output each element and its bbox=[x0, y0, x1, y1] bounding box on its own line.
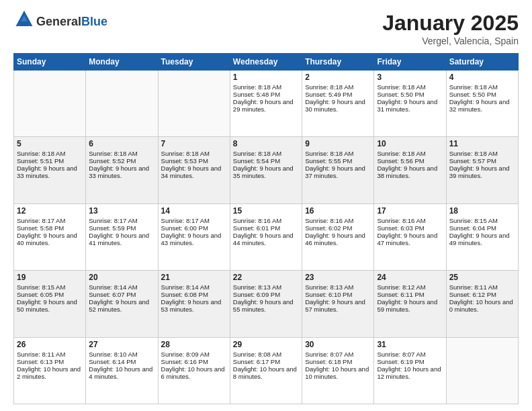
day-number: 29 bbox=[233, 340, 299, 349]
table-row bbox=[86, 71, 158, 137]
day-content: Sunset: 6:00 PM bbox=[161, 224, 227, 232]
calendar-week-row: 1Sunrise: 8:18 AMSunset: 5:48 PMDaylight… bbox=[14, 71, 519, 137]
table-row: 12Sunrise: 8:17 AMSunset: 5:58 PMDayligh… bbox=[14, 203, 86, 270]
day-content: Sunset: 6:05 PM bbox=[17, 291, 83, 298]
day-content: Sunset: 5:56 PM bbox=[377, 157, 443, 165]
day-content: Sunset: 6:18 PM bbox=[305, 358, 371, 365]
day-content: Sunrise: 8:18 AM bbox=[305, 150, 371, 157]
day-content: Sunset: 5:53 PM bbox=[161, 157, 227, 165]
table-row: 25Sunrise: 8:11 AMSunset: 6:12 PMDayligh… bbox=[446, 271, 518, 337]
day-content: Daylight: 10 hours and 6 minutes. bbox=[161, 365, 227, 380]
logo: GeneralBlue bbox=[13, 11, 107, 32]
day-content: Sunset: 6:07 PM bbox=[89, 291, 154, 298]
day-content: Sunset: 6:14 PM bbox=[89, 358, 154, 365]
day-content: Sunrise: 8:15 AM bbox=[449, 217, 515, 224]
day-content: Daylight: 9 hours and 33 minutes. bbox=[17, 165, 83, 179]
day-content: Sunset: 5:48 PM bbox=[233, 91, 299, 98]
day-number: 14 bbox=[161, 206, 227, 216]
table-row: 28Sunrise: 8:09 AMSunset: 6:16 PMDayligh… bbox=[158, 337, 230, 404]
col-monday: Monday bbox=[86, 54, 158, 71]
day-content: Sunrise: 8:18 AM bbox=[305, 83, 371, 91]
day-content: Daylight: 9 hours and 33 minutes. bbox=[89, 165, 154, 179]
table-row: 31Sunrise: 8:07 AMSunset: 6:19 PMDayligh… bbox=[374, 337, 446, 404]
day-number: 10 bbox=[377, 139, 443, 148]
day-content: Daylight: 9 hours and 52 minutes. bbox=[89, 298, 154, 313]
table-row: 20Sunrise: 8:14 AMSunset: 6:07 PMDayligh… bbox=[86, 271, 158, 337]
day-number: 19 bbox=[17, 273, 83, 282]
table-row: 22Sunrise: 8:13 AMSunset: 6:09 PMDayligh… bbox=[230, 271, 302, 337]
day-content: Daylight: 9 hours and 43 minutes. bbox=[161, 232, 227, 246]
header: GeneralBlue January 2025 Vergel, Valenci… bbox=[13, 11, 519, 46]
day-number: 24 bbox=[377, 273, 443, 282]
day-content: Daylight: 9 hours and 39 minutes. bbox=[449, 165, 515, 179]
day-content: Sunset: 6:11 PM bbox=[377, 291, 443, 298]
day-number: 5 bbox=[17, 139, 83, 148]
table-row: 27Sunrise: 8:10 AMSunset: 6:14 PMDayligh… bbox=[86, 337, 158, 404]
col-tuesday: Tuesday bbox=[158, 54, 230, 71]
day-number: 12 bbox=[17, 206, 83, 216]
day-number: 30 bbox=[305, 340, 371, 349]
day-number: 17 bbox=[377, 206, 443, 216]
day-content: Sunset: 5:59 PM bbox=[89, 224, 154, 232]
col-sunday: Sunday bbox=[14, 54, 86, 71]
day-number: 6 bbox=[89, 139, 154, 148]
table-row: 15Sunrise: 8:16 AMSunset: 6:01 PMDayligh… bbox=[230, 203, 302, 270]
day-content: Daylight: 9 hours and 49 minutes. bbox=[449, 232, 515, 246]
day-content: Sunset: 6:17 PM bbox=[233, 358, 299, 365]
table-row: 3Sunrise: 8:18 AMSunset: 5:50 PMDaylight… bbox=[374, 71, 446, 137]
day-content: Sunrise: 8:18 AM bbox=[449, 150, 515, 157]
day-content: Sunrise: 8:07 AM bbox=[377, 351, 443, 358]
day-number: 8 bbox=[233, 139, 299, 148]
day-number: 15 bbox=[233, 206, 299, 216]
day-content: Sunrise: 8:11 AM bbox=[449, 283, 515, 291]
calendar-week-row: 19Sunrise: 8:15 AMSunset: 6:05 PMDayligh… bbox=[14, 271, 519, 337]
table-row: 4Sunrise: 8:18 AMSunset: 5:50 PMDaylight… bbox=[446, 71, 518, 137]
day-content: Daylight: 10 hours and 2 minutes. bbox=[17, 365, 83, 380]
day-number: 16 bbox=[305, 206, 371, 216]
day-content: Sunrise: 8:13 AM bbox=[305, 283, 371, 291]
day-content: Sunrise: 8:18 AM bbox=[377, 83, 443, 91]
day-content: Sunset: 5:50 PM bbox=[377, 91, 443, 98]
day-content: Sunrise: 8:18 AM bbox=[17, 150, 83, 157]
calendar-table: Sunday Monday Tuesday Wednesday Thursday… bbox=[13, 53, 519, 404]
day-number: 20 bbox=[89, 273, 154, 282]
day-content: Daylight: 9 hours and 37 minutes. bbox=[305, 165, 371, 179]
logo-blue-text: Blue bbox=[81, 15, 107, 28]
day-content: Sunrise: 8:18 AM bbox=[449, 83, 515, 91]
day-content: Sunset: 6:02 PM bbox=[305, 224, 371, 232]
day-content: Sunrise: 8:16 AM bbox=[377, 217, 443, 224]
day-content: Daylight: 9 hours and 30 minutes. bbox=[305, 98, 371, 113]
day-content: Daylight: 9 hours and 46 minutes. bbox=[305, 232, 371, 246]
day-number: 27 bbox=[89, 340, 154, 349]
day-content: Sunrise: 8:17 AM bbox=[89, 217, 154, 224]
table-row: 29Sunrise: 8:08 AMSunset: 6:17 PMDayligh… bbox=[230, 337, 302, 404]
day-content: Daylight: 9 hours and 38 minutes. bbox=[377, 165, 443, 179]
day-number: 25 bbox=[449, 273, 515, 282]
day-content: Sunrise: 8:07 AM bbox=[305, 351, 371, 358]
page: GeneralBlue January 2025 Vergel, Valenci… bbox=[0, 0, 532, 411]
day-content: Daylight: 9 hours and 55 minutes. bbox=[233, 298, 299, 313]
month-title: January 2025 bbox=[382, 11, 519, 36]
table-row: 23Sunrise: 8:13 AMSunset: 6:10 PMDayligh… bbox=[302, 271, 374, 337]
table-row bbox=[446, 337, 518, 404]
table-row: 7Sunrise: 8:18 AMSunset: 5:53 PMDaylight… bbox=[158, 137, 230, 203]
table-row: 26Sunrise: 8:11 AMSunset: 6:13 PMDayligh… bbox=[14, 337, 86, 404]
table-row: 14Sunrise: 8:17 AMSunset: 6:00 PMDayligh… bbox=[158, 203, 230, 270]
day-content: Daylight: 9 hours and 35 minutes. bbox=[233, 165, 299, 179]
title-block: January 2025 Vergel, Valencia, Spain bbox=[382, 11, 519, 46]
table-row: 16Sunrise: 8:16 AMSunset: 6:02 PMDayligh… bbox=[302, 203, 374, 270]
table-row: 21Sunrise: 8:14 AMSunset: 6:08 PMDayligh… bbox=[158, 271, 230, 337]
day-content: Sunset: 5:52 PM bbox=[89, 157, 154, 165]
day-number: 7 bbox=[161, 139, 227, 148]
day-content: Sunset: 6:01 PM bbox=[233, 224, 299, 232]
table-row bbox=[14, 71, 86, 137]
day-content: Daylight: 10 hours and 12 minutes. bbox=[377, 365, 443, 380]
day-content: Daylight: 9 hours and 40 minutes. bbox=[17, 232, 83, 246]
day-content: Sunset: 6:09 PM bbox=[233, 291, 299, 298]
col-wednesday: Wednesday bbox=[230, 54, 302, 71]
day-content: Daylight: 9 hours and 59 minutes. bbox=[377, 298, 443, 313]
day-content: Daylight: 9 hours and 47 minutes. bbox=[377, 232, 443, 246]
day-content: Sunrise: 8:18 AM bbox=[89, 150, 154, 157]
day-content: Daylight: 9 hours and 32 minutes. bbox=[449, 98, 515, 113]
table-row: 11Sunrise: 8:18 AMSunset: 5:57 PMDayligh… bbox=[446, 137, 518, 203]
